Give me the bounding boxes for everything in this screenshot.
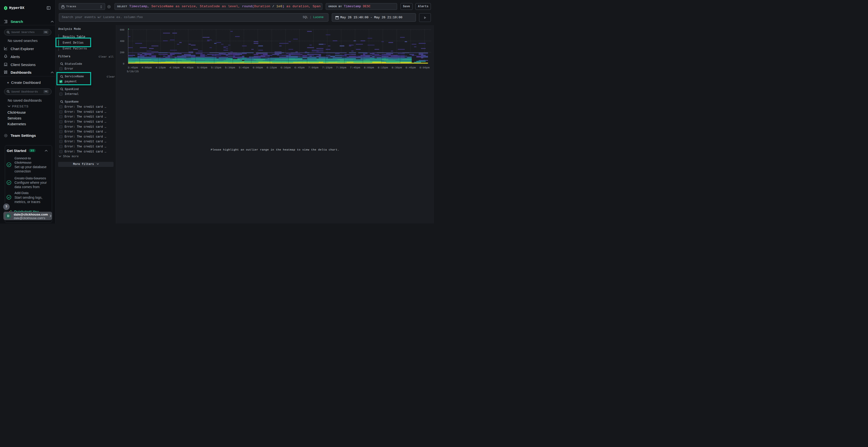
- svg-text:200: 200: [120, 51, 124, 54]
- svg-text:400: 400: [120, 40, 124, 43]
- svg-text:9:00pm: 9:00pm: [419, 66, 429, 69]
- svg-text:5:45pm: 5:45pm: [239, 66, 249, 69]
- svg-text:5:00pm: 5:00pm: [197, 66, 207, 69]
- svg-text:4:45pm: 4:45pm: [183, 66, 193, 69]
- svg-text:6:15pm: 6:15pm: [267, 66, 277, 69]
- svg-text:4:15pm: 4:15pm: [156, 66, 166, 69]
- svg-text:7:30pm: 7:30pm: [336, 66, 346, 69]
- svg-text:7:00pm: 7:00pm: [308, 66, 318, 69]
- svg-text:7:15pm: 7:15pm: [322, 66, 332, 69]
- svg-text:6:45pm: 6:45pm: [294, 66, 305, 69]
- svg-text:8:45pm: 8:45pm: [406, 66, 416, 69]
- svg-text:8:15pm: 8:15pm: [378, 66, 388, 69]
- svg-text:6:30pm: 6:30pm: [280, 66, 290, 69]
- svg-text:4:30pm: 4:30pm: [169, 66, 179, 69]
- svg-text:5/26/25: 5/26/25: [127, 70, 139, 73]
- svg-text:4:00pm: 4:00pm: [142, 66, 152, 69]
- svg-text:0: 0: [123, 62, 124, 65]
- svg-text:5:30pm: 5:30pm: [225, 66, 235, 69]
- svg-text:3:45pm: 3:45pm: [128, 66, 138, 69]
- svg-text:6:00pm: 6:00pm: [253, 66, 263, 69]
- svg-text:Please highlight an outlier ra: Please highlight an outlier range in the…: [211, 148, 339, 151]
- svg-text:5:15pm: 5:15pm: [211, 66, 221, 69]
- svg-text:8:30pm: 8:30pm: [392, 66, 402, 69]
- svg-text:7:45pm: 7:45pm: [350, 66, 360, 69]
- svg-text:600: 600: [120, 28, 124, 31]
- svg-text:8:00pm: 8:00pm: [364, 66, 374, 69]
